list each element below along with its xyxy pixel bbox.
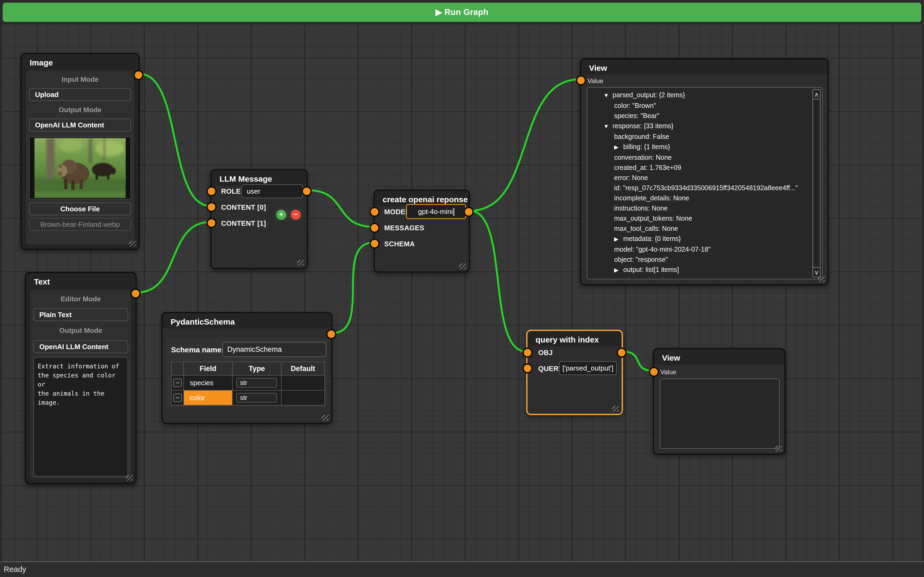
tree-row[interactable]: ▶metadata: {0 items}: [587, 234, 810, 244]
tree-row-text: max_tool_calls: None: [614, 225, 678, 232]
node-view-top-title: View: [589, 64, 607, 73]
resize-handle[interactable]: [129, 241, 136, 247]
query-input[interactable]: ['parsed_output']: [559, 361, 617, 375]
scrollbar[interactable]: ∧ ∨: [813, 89, 821, 277]
tree-toggle-icon[interactable]: ▼: [603, 90, 612, 100]
port-view-bottom-value-input[interactable]: [649, 367, 659, 377]
port-schema-input[interactable]: [370, 239, 380, 249]
field-cell[interactable]: species: [184, 376, 232, 390]
tree-toggle-icon[interactable]: ▶: [614, 142, 623, 152]
role-label: ROLE: [221, 187, 241, 195]
port-view-top-value-input[interactable]: [576, 75, 586, 85]
resize-handle[interactable]: [459, 263, 466, 269]
tree-row[interactable]: background: False: [587, 131, 810, 142]
col-header-default: Default Value: [281, 362, 324, 375]
port-messages-input[interactable]: [370, 223, 380, 233]
remove-row-button[interactable]: −: [173, 393, 182, 402]
tree-row[interactable]: ▶billing: {1 items}: [587, 142, 810, 152]
port-query-input[interactable]: [522, 363, 533, 374]
port-model-input[interactable]: [370, 207, 380, 217]
tree-row-text: billing: {1 items}: [623, 143, 670, 150]
resize-handle[interactable]: [612, 406, 619, 412]
output-mode-select[interactable]: OpenAI LLM Content: [34, 340, 128, 353]
port-pydantic-schema-output[interactable]: [326, 329, 336, 339]
node-image[interactable]: Image Input Mode Upload Output Mode Open…: [21, 53, 140, 250]
schema-panel: Schema name: DynamicSchema Field Type De…: [166, 339, 328, 407]
col-header-field: Field: [184, 362, 232, 375]
type-input[interactable]: str: [236, 378, 277, 388]
node-pydantic-schema-title: PydanticSchema: [171, 318, 235, 326]
tree-row[interactable]: ▼response: {33 items}: [587, 121, 810, 131]
input-mode-select[interactable]: Upload: [29, 88, 131, 101]
port-create-response-output[interactable]: [464, 207, 474, 217]
editor-mode-select[interactable]: Plain Text: [34, 308, 128, 321]
resize-handle[interactable]: [818, 276, 825, 282]
model-input[interactable]: gpt-4o-mini: [406, 204, 466, 219]
value-label: Value: [661, 368, 677, 376]
port-role-input[interactable]: [207, 186, 216, 196]
field-cell-highlighted[interactable]: color: [184, 390, 232, 405]
remove-content-button[interactable]: −: [291, 210, 301, 220]
node-text[interactable]: Text Editor Mode Plain Text Output Mode …: [25, 272, 137, 484]
port-obj-input[interactable]: [522, 348, 533, 358]
port-image-output[interactable]: [133, 70, 144, 80]
obj-label: OBJ: [538, 348, 552, 357]
tree-row[interactable]: model: "gpt-4o-mini-2024-07-18": [587, 244, 810, 254]
schema-name-input[interactable]: DynamicSchema: [223, 342, 326, 357]
tree-row-text: error: None: [614, 174, 648, 181]
scroll-up-button[interactable]: ∧: [813, 90, 820, 99]
default-value-cell[interactable]: [281, 376, 324, 390]
tree-row[interactable]: ▼parsed_output: {2 items}: [587, 90, 810, 100]
node-create-openai-response[interactable]: create openai reponse MODEL MESSAGES SCH…: [373, 190, 470, 272]
result-lines: [661, 383, 777, 447]
resize-handle[interactable]: [297, 260, 304, 266]
tree-row[interactable]: conversation: None: [587, 152, 810, 163]
tree-row[interactable]: max_output_tokens: None: [587, 213, 810, 223]
port-llm-message-output[interactable]: [302, 186, 312, 196]
tree-toggle-icon[interactable]: ▶: [614, 265, 623, 275]
tree-row-text: color: "Brown": [614, 102, 656, 109]
node-pydantic-schema[interactable]: PydanticSchema Schema name: DynamicSchem…: [162, 312, 332, 424]
type-input[interactable]: str: [236, 393, 277, 403]
default-value-cell[interactable]: [281, 390, 324, 405]
output-mode-select[interactable]: OpenAI LLM Content: [29, 119, 131, 131]
tree-row[interactable]: incomplete_details: None: [587, 193, 810, 203]
tree-row[interactable]: species: "Bear": [587, 111, 810, 121]
tree-row-text: parsed_output: {2 items}: [612, 91, 685, 98]
tree-row[interactable]: id: "resp_07c753cb9334d335006915ff342054…: [587, 183, 810, 193]
tree-row[interactable]: object: "response": [587, 254, 810, 264]
tree-row[interactable]: ▶output: list[1 items]: [587, 264, 810, 275]
choose-file-button[interactable]: Choose File: [29, 203, 131, 215]
tree-row[interactable]: error: None: [587, 172, 810, 183]
editor-mode-label: Editor Mode: [34, 293, 128, 305]
run-graph-button[interactable]: ▶ Run Graph: [3, 3, 921, 22]
content1-label: CONTENT [1]: [221, 219, 266, 227]
tree-row-text: species: "Bear": [614, 112, 659, 119]
node-view-top[interactable]: View Value ▼parsed_output: {2 items}colo…: [580, 58, 829, 285]
tree-row[interactable]: color: "Brown": [587, 100, 810, 111]
text-content-input[interactable]: Extract information of the species and c…: [34, 357, 128, 477]
node-query-with-index[interactable]: query with index OBJ QUERY ['parsed_outp…: [526, 330, 623, 415]
port-content0-input[interactable]: [207, 202, 216, 212]
add-content-button[interactable]: +: [276, 210, 286, 220]
tree-row[interactable]: created_at: 1.763e+09: [587, 163, 810, 172]
node-llm-message[interactable]: LLM Message ROLE CONTENT [0] CONTENT [1]…: [210, 169, 308, 269]
resize-handle[interactable]: [775, 446, 782, 451]
col-header-type: Type: [233, 362, 281, 375]
tree-toggle-icon[interactable]: ▶: [614, 234, 623, 244]
scroll-down-button[interactable]: ∨: [813, 267, 820, 277]
role-input[interactable]: user: [241, 184, 303, 198]
resize-handle[interactable]: [126, 475, 133, 481]
port-text-output[interactable]: [131, 288, 141, 299]
port-content1-input[interactable]: [207, 218, 216, 228]
node-view-bottom[interactable]: View Value: [653, 348, 785, 455]
value-label: Value: [587, 77, 603, 85]
tree-toggle-icon[interactable]: ▼: [603, 121, 612, 131]
tree-row[interactable]: instructions: None: [587, 203, 810, 213]
remove-row-button[interactable]: −: [173, 379, 182, 387]
resize-handle[interactable]: [321, 415, 329, 421]
tree-row[interactable]: parallel_tool_calls: True: [587, 275, 810, 278]
tree-row[interactable]: max_tool_calls: None: [587, 223, 810, 234]
status-bar: Ready: [0, 561, 924, 577]
port-query-with-index-output[interactable]: [617, 348, 627, 358]
